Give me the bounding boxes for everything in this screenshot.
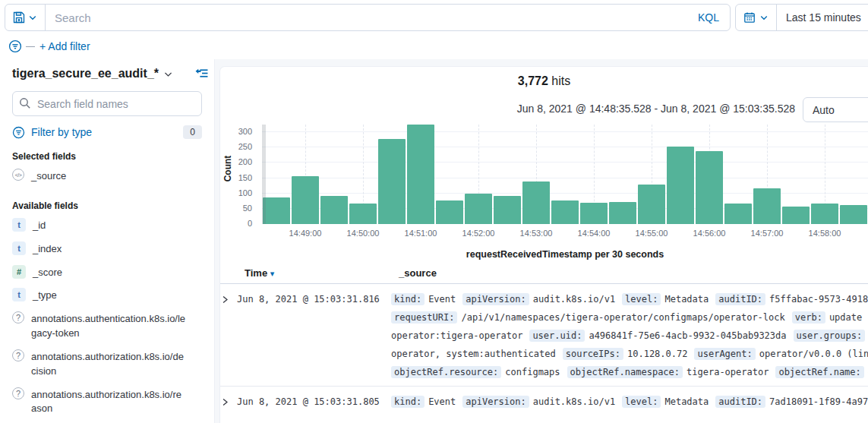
save-icon [13, 11, 25, 24]
table-row: Jun 8, 2021 @ 15:03:31.816kind:EventapiV… [220, 284, 868, 386]
histogram-bar[interactable] [263, 197, 290, 224]
time-range-button[interactable]: Last 15 minutes [777, 11, 868, 24]
chevron-down-icon [163, 69, 173, 79]
histogram-bar[interactable] [696, 151, 723, 224]
histogram-bar[interactable] [378, 139, 406, 224]
field-name: _type [33, 289, 57, 303]
field-value: tigera-operator [687, 367, 769, 377]
expand-row-button[interactable] [220, 290, 237, 308]
field-search [12, 91, 202, 116]
field-key-badge: apiVersion: [462, 293, 529, 305]
histogram-bar[interactable] [724, 204, 752, 224]
y-tick-label: 250 [222, 142, 252, 151]
field-key-badge: sourceIPs: [563, 348, 623, 360]
histogram-bar[interactable] [782, 207, 810, 224]
row-timestamp: Jun 8, 2021 @ 15:03:31.816 [237, 290, 391, 381]
query-bar: KQL [5, 4, 731, 31]
expand-row-button[interactable] [220, 393, 237, 411]
filter-icon [12, 126, 25, 139]
field-item[interactable]: #_score [12, 261, 202, 285]
field-value: update [829, 312, 862, 323]
row-source: kind:EventapiVersion:audit.k8s.io/v1leve… [391, 393, 868, 411]
field-value: f5ffabac-9573-4918-a8 [769, 294, 868, 305]
index-pattern-switcher[interactable]: tigera_secure_ee_audit_* [12, 67, 159, 80]
selected-fields-list: </>_source [12, 165, 202, 188]
histogram-bar[interactable] [320, 196, 348, 224]
histogram-bar[interactable] [667, 147, 694, 224]
x-axis-title: requestReceivedTimestamp per 30 seconds [262, 249, 868, 260]
field-key-badge: kind: [391, 396, 425, 408]
field-key-badge: user.uid: [529, 330, 585, 342]
filter-bar: + Add filter [0, 33, 868, 59]
menu-left-icon [195, 67, 208, 80]
histogram-bar[interactable] [465, 194, 492, 224]
field-value: Event [428, 396, 456, 407]
field-item[interactable]: </>_source [12, 165, 202, 188]
field-name: annotations.authorization.k8s.io/decisio… [31, 350, 187, 379]
field-item[interactable]: ?annotations.authentication.k8s.io/legac… [12, 308, 202, 346]
histogram-bar[interactable] [522, 182, 550, 224]
x-axis-ticks: 14:49:0014:50:0014:51:0014:52:0014:53:00… [262, 229, 868, 241]
histogram-bar[interactable] [638, 185, 665, 224]
field-item[interactable]: t_id [12, 214, 202, 238]
field-key-badge: apiVersion: [462, 396, 529, 408]
gridline [262, 162, 868, 163]
field-item[interactable]: ?annotations.authorization.k8s.io/reason [12, 384, 202, 421]
x-tick-label: 14:50:00 [347, 229, 380, 238]
field-value: operator, system:authenticated [391, 349, 556, 359]
string-field-icon: t [12, 218, 26, 232]
field-search-input[interactable] [12, 91, 202, 116]
field-value: 10.128.0.72 [627, 349, 687, 359]
histogram-bar[interactable] [494, 196, 521, 224]
histogram-bar[interactable] [753, 188, 781, 224]
histogram-chart: Count 050100150200250300 14:49:0014:50:0… [220, 125, 868, 240]
date-quick-select-button[interactable] [736, 5, 777, 30]
histogram-bar[interactable] [436, 200, 463, 224]
histogram-bar[interactable] [811, 204, 838, 224]
calendar-icon [743, 11, 756, 24]
kql-language-button[interactable]: KQL [687, 5, 730, 30]
histogram-bar[interactable] [609, 202, 636, 224]
filter-by-type-button[interactable]: Filter by type [12, 126, 92, 139]
row-timestamp: Jun 8, 2021 @ 15:03:31.805 [237, 393, 391, 411]
field-item[interactable]: t_index [12, 238, 202, 261]
histogram-bar[interactable] [580, 203, 608, 224]
sort-descending-icon[interactable]: ▾ [270, 269, 275, 278]
filter-icon [8, 39, 22, 53]
chevron-right-icon [220, 295, 230, 305]
histogram-bar[interactable] [407, 125, 434, 224]
time-column-header[interactable]: Time ▾ [245, 267, 399, 279]
histogram-bar[interactable] [349, 204, 377, 224]
field-item[interactable]: ?annotations.authorization.k8s.io/decisi… [12, 346, 202, 384]
field-key-badge: user.groups: [794, 330, 866, 342]
saved-query-menu-button[interactable] [5, 5, 46, 30]
histogram-bar[interactable] [551, 200, 579, 224]
discover-main-panel: 3,772 hits Jun 8, 2021 @ 14:48:35.528 - … [220, 67, 868, 423]
field-value: audit.k8s.io/v1 [533, 294, 615, 305]
field-item[interactable]: t_type [12, 284, 202, 308]
gridline [262, 147, 868, 147]
filter-count-badge: 0 [183, 125, 202, 139]
field-name: _index [33, 242, 62, 257]
histogram-bar[interactable] [292, 176, 319, 224]
add-filter-button[interactable]: + Add filter [39, 40, 90, 52]
filter-options-button[interactable] [6, 37, 24, 55]
time-picker: Last 15 minutes [735, 4, 868, 31]
x-tick-label: 14:53:00 [520, 229, 553, 238]
field-value: operator/v0.0.0 (linu [759, 349, 868, 359]
field-key-badge: verb: [792, 311, 825, 324]
field-name: _source [31, 169, 66, 184]
y-tick-label: 100 [222, 188, 252, 197]
histogram-bar[interactable] [840, 205, 867, 224]
hits-count: 3,772 hits [220, 74, 868, 88]
field-value: Metadata [664, 396, 709, 407]
search-input[interactable] [46, 5, 687, 30]
histogram-plot [262, 125, 868, 224]
collapse-sidebar-button[interactable] [195, 67, 208, 80]
interval-select[interactable]: Auto [803, 97, 868, 122]
field-value: Metadata [664, 294, 709, 305]
string-field-icon: t [12, 288, 26, 301]
field-key-badge: objectRef.resource: [391, 366, 501, 378]
field-name: _id [33, 219, 46, 233]
y-tick-label: 300 [222, 127, 252, 136]
